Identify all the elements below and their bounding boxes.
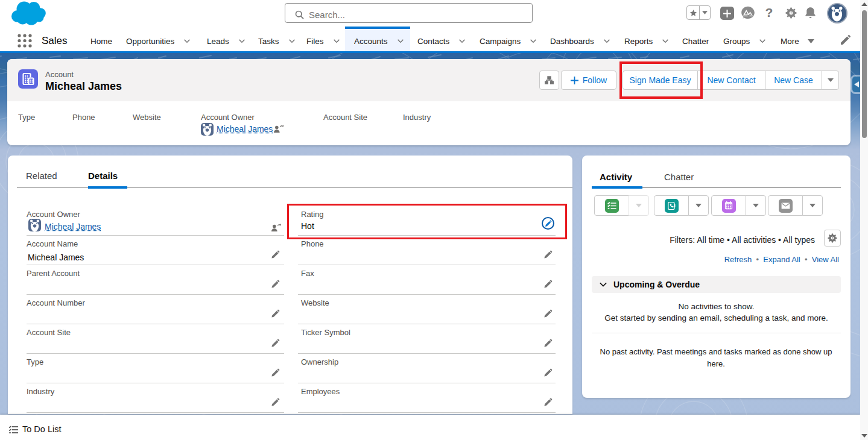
svg-text:?: ? <box>765 5 773 19</box>
